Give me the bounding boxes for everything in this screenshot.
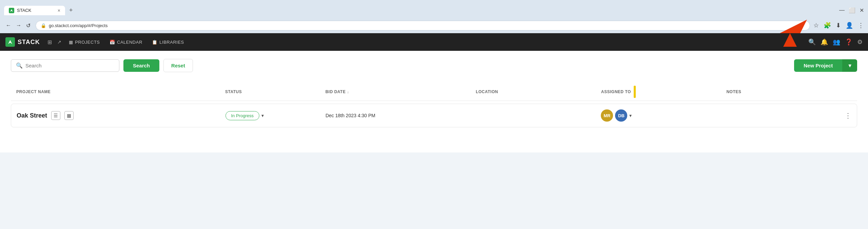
profile-btn[interactable]: 👤	[846, 22, 853, 29]
table-header: PROJECT NAME STATUS BID DATE ↓ LOCATION …	[11, 83, 857, 101]
app-nav: STACK ⊞ ↗ ▦ PROJECTS 📅 CALENDAR 📋 LIBRAR…	[0, 33, 868, 51]
notes-cell: ⋮	[726, 111, 851, 120]
assigned-dropdown-btn[interactable]: ▾	[629, 113, 632, 118]
browser-chrome: STACK × + — ⬜ ✕	[0, 0, 868, 18]
browser-action-icons: ☆ 🧩 ⬇ 👤 ⋮	[813, 22, 864, 29]
browser-address-row: ← → ↺ 🔒 go.stackct.com/app/#/Projects ☆ …	[0, 18, 868, 33]
avatar-db: DB	[615, 109, 627, 122]
tab-title: STACK	[17, 8, 31, 13]
projects-nav-icon: ▦	[69, 40, 73, 45]
new-project-dropdown-btn[interactable]: ▼	[842, 59, 857, 72]
nav-bell-btn[interactable]: 🔔	[821, 38, 828, 46]
refresh-btn[interactable]: ↺	[24, 21, 32, 30]
projects-nav-label: PROJECTS	[75, 40, 100, 45]
col-header-bid-date-text: BID DATE	[326, 89, 346, 94]
projects-table: PROJECT NAME STATUS BID DATE ↓ LOCATION …	[11, 83, 857, 127]
menu-btn[interactable]: ⋮	[858, 22, 864, 29]
status-badge: In Progress	[225, 111, 259, 120]
project-list-icon-btn[interactable]: ☰	[51, 111, 60, 120]
nav-users-btn[interactable]: 👥	[833, 38, 840, 46]
close-btn[interactable]: ✕	[860, 7, 864, 14]
assigned-to-cell: MR DB ▾	[601, 109, 726, 122]
app-wrapper: STACK ⊞ ↗ ▦ PROJECTS 📅 CALENDAR 📋 LIBRAR…	[0, 33, 868, 152]
reset-button[interactable]: Reset	[163, 59, 193, 72]
tab-close-btn[interactable]: ×	[58, 8, 60, 13]
browser-tab-bar: STACK × +	[4, 5, 836, 15]
nav-projects-btn[interactable]: ▦ PROJECTS	[65, 38, 104, 47]
status-dropdown-btn[interactable]: ▾	[261, 113, 264, 118]
browser-tab[interactable]: STACK ×	[4, 6, 65, 15]
maximize-btn[interactable]: ⬜	[849, 7, 855, 14]
calendar-nav-icon: 📅	[110, 40, 115, 45]
bid-date-cell: Dec 18th 2023 4:30 PM	[326, 113, 476, 118]
window-controls: — ⬜ ✕	[839, 7, 864, 14]
nav-calendar-btn[interactable]: 📅 CALENDAR	[105, 38, 146, 47]
download-btn[interactable]: ⬇	[836, 22, 841, 29]
external-link-btn[interactable]: ↗	[55, 38, 63, 46]
col-header-status-text: STATUS	[225, 89, 242, 94]
back-btn[interactable]: ←	[4, 21, 13, 30]
logo-text: STACK	[18, 39, 40, 46]
app-logo: STACK	[5, 37, 40, 47]
column-highlight	[634, 86, 636, 98]
nav-help-btn[interactable]: ❓	[845, 38, 852, 46]
nav-right: 🔍 🔔 👥 ❓ ⚙	[808, 38, 863, 46]
search-icon: 🔍	[16, 62, 23, 69]
col-header-notes-text: NOTES	[726, 89, 741, 94]
new-project-wrap: New Project ▼	[794, 59, 857, 72]
forward-btn[interactable]: →	[14, 21, 23, 30]
search-input-wrap[interactable]: 🔍	[11, 59, 119, 72]
nav-libraries-btn[interactable]: 📋 LIBRARIES	[148, 38, 188, 47]
new-project-button[interactable]: New Project	[794, 59, 842, 72]
libraries-nav-label: LIBRARIES	[159, 40, 184, 45]
nav-settings-btn[interactable]: ⚙	[857, 38, 863, 46]
col-header-project-name: PROJECT NAME	[16, 86, 225, 98]
sort-icon: ↓	[347, 90, 349, 94]
calendar-nav-label: CALENDAR	[117, 40, 142, 45]
address-text: go.stackct.com/app/#/Projects	[49, 23, 107, 28]
col-header-project-name-text: PROJECT NAME	[16, 89, 51, 94]
tab-favicon	[9, 8, 14, 13]
address-bar[interactable]: 🔒 go.stackct.com/app/#/Projects	[36, 21, 810, 30]
extension-btn[interactable]: 🧩	[824, 22, 831, 29]
logo-icon	[5, 37, 15, 47]
search-button[interactable]: Search	[123, 59, 159, 72]
new-tab-btn[interactable]: +	[66, 5, 76, 15]
search-input[interactable]	[25, 63, 114, 68]
row-menu-btn[interactable]: ⋮	[845, 111, 851, 120]
address-lock-icon: 🔒	[41, 23, 46, 28]
project-grid-icon-btn[interactable]: ▦	[64, 111, 74, 120]
search-row: 🔍 Search Reset New Project ▼	[11, 59, 857, 72]
nav-search-btn[interactable]: 🔍	[808, 38, 816, 46]
main-content: 🔍 Search Reset New Project ▼ PROJECT NAM…	[0, 51, 868, 152]
minimize-btn[interactable]: —	[839, 7, 845, 13]
bookmark-btn[interactable]: ☆	[813, 22, 819, 29]
project-name-cell: Oak Street ☰ ▦	[17, 111, 225, 120]
status-cell: In Progress ▾	[225, 111, 326, 120]
avatar-mr: MR	[601, 109, 613, 122]
col-header-assigned-text: ASSIGNED TO	[601, 89, 631, 94]
expand-btn[interactable]: ⊞	[45, 38, 54, 47]
libraries-nav-icon: 📋	[152, 40, 158, 45]
project-name-text: Oak Street	[17, 112, 47, 119]
col-header-assigned-to: ASSIGNED TO	[601, 86, 727, 98]
nav-arrows: ← → ↺	[4, 21, 32, 30]
col-header-location-text: LOCATION	[476, 89, 498, 94]
col-header-location: LOCATION	[476, 86, 601, 98]
table-row: Oak Street ☰ ▦ In Progress ▾ Dec 18th 20…	[11, 104, 857, 127]
col-header-status: STATUS	[225, 86, 326, 98]
col-header-bid-date[interactable]: BID DATE ↓	[326, 86, 476, 98]
col-header-notes: NOTES	[726, 86, 852, 98]
